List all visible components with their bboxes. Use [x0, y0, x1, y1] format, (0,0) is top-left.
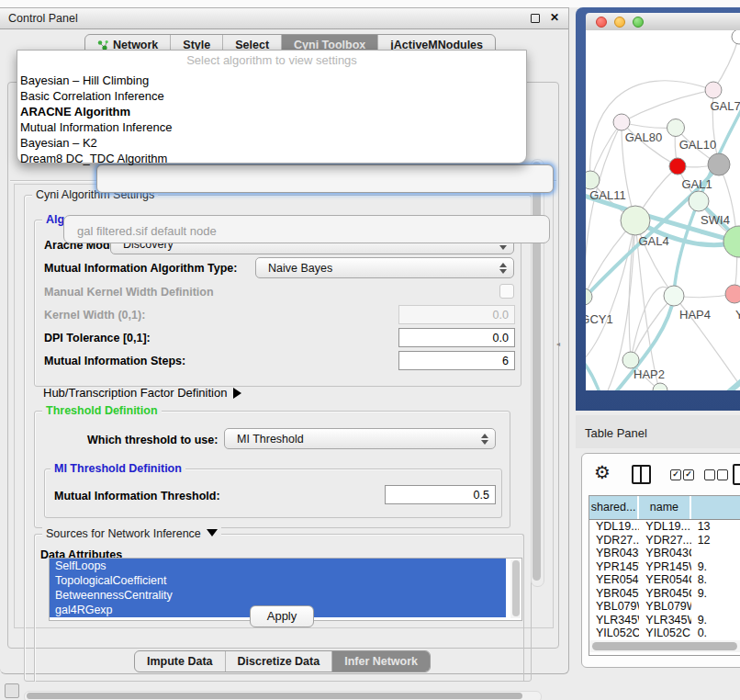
deselect-all-checkbox-icon[interactable] — [704, 469, 715, 480]
table-cell: YLR345W — [639, 614, 690, 627]
node-gal1[interactable] — [669, 158, 686, 175]
zoom-traffic-light-icon[interactable] — [633, 17, 644, 28]
table-cell: YBL079W — [639, 600, 690, 614]
mi-type-combobox[interactable]: Naive Bayes — [255, 257, 514, 278]
network-combobox[interactable]: gal filtered.sif default node — [63, 215, 550, 243]
which-threshold-label: Which threshold to use: — [87, 434, 218, 446]
column-header-shared[interactable]: shared... — [589, 496, 637, 519]
algorithm-combobox[interactable] — [96, 164, 554, 193]
select-all-checkbox-icon[interactable]: ✓ — [670, 469, 681, 480]
mi-threshold-title: MI Threshold Definition — [50, 462, 185, 475]
algorithm-option-aracne-algorithm[interactable]: ARACNE Algorithm — [17, 104, 526, 119]
tab-discretize-data[interactable]: Discretize Data — [226, 651, 333, 672]
table-row[interactable]: YER054CYER054C8. — [589, 573, 740, 587]
table-row[interactable]: YDL19...YDL19...13 — [589, 520, 740, 534]
algorithm-option-bayesian-k2[interactable]: Bayesian – K2 — [17, 135, 526, 151]
table-cell: YLR345W — [589, 614, 639, 627]
close-icon[interactable]: ✕ — [550, 11, 559, 24]
algorithm-option-bayesian-hill-climbing[interactable]: Bayesian – Hill Climbing — [17, 73, 526, 88]
which-threshold-combobox[interactable]: MI Threshold — [224, 428, 496, 449]
mi-threshold-field[interactable]: 0.5 — [385, 485, 496, 504]
table-cell: YER054C — [589, 573, 639, 587]
dock-panel-icon[interactable] — [5, 683, 19, 698]
algorithm-option-basic-correlation-inference[interactable]: Basic Correlation Inference — [17, 88, 526, 104]
node-gal7[interactable] — [705, 82, 722, 98]
algorithm-option-dream8-dc-tdc-algorithm[interactable]: Dream8 DC_TDC Algorithm — [17, 151, 526, 166]
dpi-tolerance-field[interactable]: 0.0 — [398, 328, 515, 347]
minimize-traffic-light-icon[interactable] — [614, 17, 625, 28]
settings-scroll-viewport: Cyni Algorithm Settings Algorithm Defini… — [14, 184, 554, 628]
column-header-name[interactable]: name — [639, 496, 689, 519]
node-table[interactable]: shared...name YDL19...YDL19...13YDR27...… — [589, 495, 740, 656]
algorithm-dropdown: Select algorithm to view settings Bayesi… — [17, 50, 527, 164]
table-row[interactable]: YBR043CYBR043C — [589, 547, 740, 560]
table-horizontal-scrollbar[interactable] — [589, 640, 740, 652]
table-cell: YBR045C — [589, 587, 639, 601]
table-cell: YDL19... — [639, 520, 690, 534]
algorithm-option-mutual-information-inference[interactable]: Mutual Information Inference — [17, 119, 526, 135]
network-edge-weighted — [674, 379, 740, 390]
table-cell: 12 — [691, 534, 740, 548]
attribute-item-selfloops[interactable]: SelfLoops — [50, 559, 506, 573]
network-canvas[interactable]: GAL7GAL80GAL10GAL1GAL11SWI4GAL4GCY1HAP4Y… — [586, 30, 740, 390]
table-cell: 0. — [691, 627, 740, 640]
table-panel-titlebar[interactable]: Table Panel — [576, 415, 740, 448]
table-row[interactable]: YBL079WYBL079W — [589, 600, 740, 614]
combo-arrows-icon — [480, 433, 488, 446]
node-unlabeled[interactable] — [732, 30, 740, 44]
node-gal80[interactable] — [613, 114, 630, 130]
deselect-all-checkbox-icon[interactable] — [717, 469, 728, 480]
table-row[interactable]: YDR27...YDR27...12 — [589, 534, 740, 548]
node-gal11[interactable] — [586, 171, 600, 189]
tab-infer-network[interactable]: Infer Network — [332, 651, 430, 672]
mi-steps-field[interactable]: 6 — [398, 351, 515, 370]
table-header[interactable]: shared...name — [589, 496, 740, 520]
sources-title[interactable]: Sources for Network Inference — [42, 527, 221, 540]
table-cell: YDR27... — [639, 534, 690, 548]
close-traffic-light-icon[interactable] — [596, 17, 607, 28]
gear-icon[interactable]: ⚙ — [594, 461, 611, 483]
table-cell: YPR145W — [589, 560, 639, 574]
table-row[interactable]: YIL052CYIL052C0. — [589, 627, 740, 640]
panel-resize-handle[interactable]: ◂ — [556, 340, 560, 348]
attribute-item-topologicalcoefficient[interactable]: TopologicalCoefficient — [50, 573, 506, 588]
node-unlabeled[interactable] — [653, 383, 667, 390]
float-window-icon[interactable] — [531, 14, 540, 23]
node-unlabeled[interactable] — [708, 153, 730, 175]
table-row[interactable]: YLR345WYLR345W9. — [589, 614, 740, 627]
table-sheet-icon[interactable] — [733, 464, 740, 485]
select-all-checkbox-icon[interactable]: ✓ — [683, 469, 694, 480]
horizontal-scrollbar[interactable] — [24, 691, 542, 700]
node-label-gcy1: GCY1 — [586, 312, 613, 326]
node-gal10[interactable] — [667, 119, 685, 137]
node-hap4[interactable] — [664, 286, 684, 306]
table-cell: YER054C — [639, 573, 690, 587]
table-row[interactable]: YPR145WYPR145W9. — [589, 560, 740, 574]
kernel-width-field[interactable]: 0.0 — [398, 305, 515, 324]
table-row[interactable]: YBR045CYBR045C9. — [589, 587, 740, 601]
table-cell: 9. — [691, 560, 740, 574]
node-swi4[interactable] — [689, 191, 709, 211]
which-threshold-value: MI Threshold — [237, 433, 304, 446]
network-window-titlebar[interactable] — [586, 13, 740, 31]
node-gal4[interactable] — [621, 206, 650, 235]
list-scrollbar[interactable] — [510, 559, 521, 618]
columns-icon[interactable] — [632, 465, 651, 484]
column-header-2[interactable] — [691, 496, 740, 519]
node-hap2[interactable] — [622, 352, 639, 368]
attribute-item-betweennesscentrality[interactable]: BetweennessCentrality — [50, 588, 506, 603]
node-y[interactable] — [725, 285, 740, 303]
network-edge-weighted — [586, 356, 608, 390]
control-panel-titlebar[interactable]: Control Panel ✕ — [0, 8, 568, 29]
table-panel-title: Table Panel — [585, 426, 647, 440]
table-cell: 9. — [691, 614, 740, 627]
apply-button[interactable]: Apply — [250, 605, 314, 627]
mi-threshold-group: MI Threshold Definition Mutual Informati… — [44, 469, 502, 518]
tab-label: Impute Data — [147, 655, 213, 668]
window-top-strip — [0, 0, 740, 7]
manual-kernel-checkbox[interactable] — [499, 284, 514, 299]
node-label-hap4: HAP4 — [679, 308, 711, 322]
node-label-y: Y — [735, 308, 740, 322]
tab-impute-data[interactable]: Impute Data — [135, 651, 226, 672]
hub-definition-expander[interactable]: Hub/Transcription Factor Definition — [43, 386, 241, 400]
